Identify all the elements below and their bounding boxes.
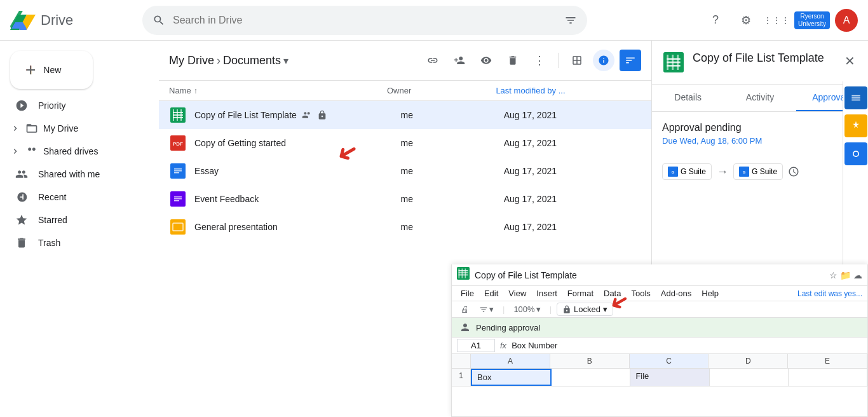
search-bar[interactable] [142, 6, 587, 35]
app-title: Drive [41, 12, 73, 29]
share-button[interactable] [449, 50, 470, 71]
ss-menu-view[interactable]: View [505, 287, 530, 299]
ss-menu-help[interactable]: Help [698, 287, 722, 299]
cell-B1[interactable] [552, 369, 630, 386]
ss-menu-format[interactable]: Format [564, 287, 597, 299]
panel-title: Copy of File List Template [693, 51, 834, 65]
delete-button[interactable] [502, 50, 524, 71]
tab-details[interactable]: Details [652, 85, 724, 111]
ss-print-button[interactable]: 🖨 [457, 303, 473, 315]
grid-row-1: 1 Box File [452, 369, 867, 386]
sheets-side-icon[interactable] [844, 86, 867, 109]
file-name-text[interactable]: General presentation [194, 222, 278, 232]
ss-menu-addons[interactable]: Add-ons [657, 287, 695, 299]
user-avatar[interactable]: A [835, 9, 858, 32]
logo: Drive [10, 10, 137, 31]
sidebar-item-shared-with-me[interactable]: Shared with me [0, 163, 159, 186]
filter-icon[interactable] [564, 14, 577, 27]
breadcrumb-current[interactable]: Documents [223, 54, 281, 67]
ss-menu-insert[interactable]: Insert [532, 287, 561, 299]
breadcrumb-dropdown-icon[interactable]: ▾ [283, 55, 288, 67]
sidebar-item-starred[interactable]: Starred [0, 208, 159, 231]
file-header: My Drive › Documents ▾ ⋮ [159, 41, 651, 81]
side-panel-button[interactable] [620, 50, 641, 71]
svg-text:G: G [743, 170, 746, 174]
col-header-owner: Owner [387, 86, 496, 95]
breadcrumb-separator: › [217, 54, 220, 67]
settings-button[interactable]: ⚙ [733, 8, 759, 33]
ss-zoom-button[interactable]: 100% ▾ [510, 303, 544, 315]
preview-button[interactable] [475, 50, 497, 71]
link-button[interactable] [422, 50, 444, 71]
file-name-text[interactable]: Copy of Getting started [194, 138, 286, 148]
cell-E1[interactable] [789, 369, 867, 386]
ss-menu-tools[interactable]: Tools [627, 287, 654, 299]
formula-bar-icon: fx [500, 341, 506, 350]
apps-button[interactable]: ⋮⋮⋮ [764, 8, 789, 33]
more-button[interactable]: ⋮ [529, 48, 550, 72]
panel-close-button[interactable]: ✕ [842, 51, 858, 71]
formula-bar: A1 fx Box Number [452, 338, 867, 354]
col-header-modified[interactable]: Last modified by ... [496, 86, 641, 95]
grid-view-button[interactable] [566, 50, 588, 71]
cell-reference[interactable]: A1 [457, 339, 495, 352]
col-header-C[interactable]: C [630, 354, 709, 368]
sidebar-label-recent: Recent [38, 192, 66, 202]
search-input[interactable] [173, 15, 557, 26]
trash-icon [15, 236, 28, 249]
ss-locked-button[interactable]: Locked ▾ [557, 303, 613, 316]
ss-star-icon[interactable]: ☆ [829, 270, 837, 280]
locked-label: Locked [574, 304, 600, 314]
approval-title: Approval pending [662, 122, 762, 133]
svg-rect-33 [672, 55, 674, 70]
table-row[interactable]: PDF Copy of Getting started me Aug 17, 2… [159, 129, 651, 157]
svg-rect-42 [851, 100, 860, 101]
file-name-text[interactable]: Copy of File List Template [194, 110, 297, 120]
col-header-B[interactable]: B [550, 354, 630, 368]
ss-cloud-icon[interactable]: ☁ [853, 270, 862, 280]
info-button[interactable] [593, 50, 614, 71]
tab-activity[interactable]: Activity [724, 85, 796, 111]
col-header-E[interactable]: E [788, 354, 867, 368]
col-header-A[interactable]: A [471, 354, 550, 368]
ss-menu-edit[interactable]: Edit [480, 287, 502, 299]
ss-menu-data[interactable]: Data [600, 287, 625, 299]
col-header-D[interactable]: D [709, 354, 788, 368]
ss-menu-file[interactable]: File [457, 287, 478, 299]
school-badge[interactable]: RyersonUniversity [794, 11, 830, 29]
sidebar-item-my-drive[interactable]: My Drive [0, 117, 159, 140]
svg-rect-15 [180, 109, 182, 121]
cell-D1[interactable] [710, 369, 789, 386]
cell-C1[interactable]: File [630, 369, 709, 386]
cell-A1[interactable]: Box [471, 369, 552, 386]
formula-content[interactable]: Box Number [512, 341, 862, 350]
sidebar-item-shared-drives[interactable]: Shared drives [0, 140, 159, 163]
sidebar-item-priority[interactable]: Priority [0, 94, 159, 117]
ss-filter-button[interactable]: ▾ [475, 303, 498, 315]
table-row[interactable]: General presentation me Aug 17, 2021 [159, 213, 651, 241]
table-row[interactable]: Essay me Aug 17, 2021 [159, 157, 651, 185]
table-row[interactable]: Copy of File List Template me Aug 17, 20… [159, 101, 651, 129]
lock-icon [317, 110, 327, 120]
file-name-cell: Copy of Getting started [194, 138, 400, 148]
col-header-name[interactable]: Name ↑ [169, 86, 387, 95]
ss-folder-icon[interactable]: 📁 [840, 270, 851, 280]
tasks-side-icon[interactable] [844, 142, 867, 165]
toolbar-divider2: | [547, 304, 554, 314]
file-name-text[interactable]: Essay [194, 166, 219, 176]
file-modified-cell: Aug 17, 2021 [504, 222, 641, 232]
chevron-right-icon [10, 123, 20, 133]
svg-rect-25 [174, 200, 179, 202]
my-drive-icon [25, 122, 38, 135]
sidebar-item-trash[interactable]: Trash [0, 231, 159, 254]
table-row[interactable]: Event Feedback me Aug 17, 2021 [159, 185, 651, 213]
pending-label: Pending approval [476, 323, 540, 332]
sidebar-item-recent[interactable]: Recent [0, 186, 159, 208]
help-button[interactable]: ? [703, 8, 728, 33]
keep-side-icon[interactable] [844, 114, 867, 137]
file-name-text[interactable]: Event Feedback [194, 194, 259, 204]
row-num-header [452, 354, 471, 368]
new-button[interactable]: + New [10, 51, 93, 89]
breadcrumb-root[interactable]: My Drive [169, 54, 214, 67]
gsuite-from-badge: G G Suite [662, 163, 712, 180]
